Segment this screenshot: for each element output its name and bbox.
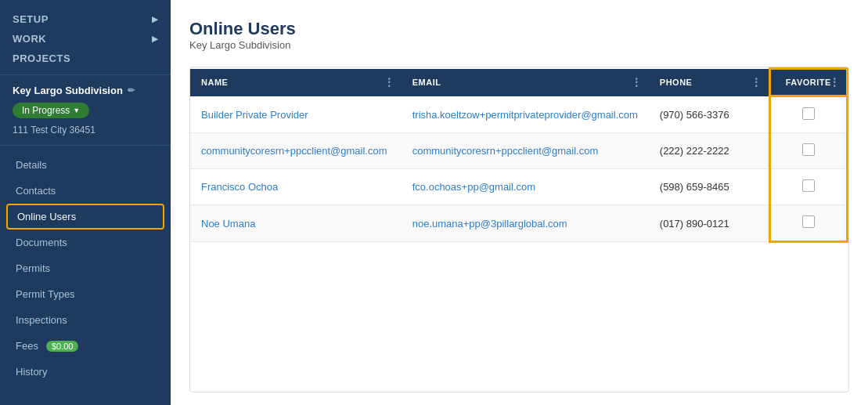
projects-nav-item[interactable]: PROJECTS xyxy=(13,49,158,68)
cell-email[interactable]: noe.umana+pp@3pillarglobal.com xyxy=(402,205,649,242)
favorite-checkbox[interactable] xyxy=(802,179,815,192)
sidebar-item-history[interactable]: History xyxy=(0,359,171,385)
cell-name[interactable]: Francisco Ochoa xyxy=(190,169,402,205)
page-subtitle: Key Largo Subdivision xyxy=(189,39,849,51)
sidebar-item-contacts[interactable]: Contacts xyxy=(0,178,171,204)
status-badge[interactable]: In Progress ▼ xyxy=(13,103,89,118)
table-row: communitycoresrn+ppcclient@gmail.comcomm… xyxy=(190,133,848,169)
sidebar-item-details[interactable]: Details xyxy=(0,152,171,178)
status-arrow-icon: ▼ xyxy=(73,107,80,114)
work-nav-item[interactable]: WORK ▶ xyxy=(13,29,158,49)
cell-phone: (222) 222-2222 xyxy=(649,133,769,169)
cell-email[interactable]: trisha.koeltzow+permitprivateprovider@gm… xyxy=(402,96,649,133)
col-header-email: EMAIL ⋮ xyxy=(402,69,649,96)
favorite-checkbox[interactable] xyxy=(802,143,815,156)
project-name: Key Largo Subdivision ✏ xyxy=(13,85,158,96)
cell-name[interactable]: Noe Umana xyxy=(190,205,402,242)
cell-email[interactable]: communitycoresrn+ppcclient@gmail.com xyxy=(402,133,649,169)
work-arrow-icon: ▶ xyxy=(152,34,159,43)
sidebar: SETUP ▶ WORK ▶ PROJECTS Key Largo Subdiv… xyxy=(0,0,171,405)
setup-nav-item[interactable]: SETUP ▶ xyxy=(13,9,158,29)
edit-project-icon[interactable]: ✏ xyxy=(128,85,135,96)
fees-badge: $0.00 xyxy=(46,341,79,352)
name-col-menu-icon[interactable]: ⋮ xyxy=(384,76,395,89)
sidebar-item-online-users[interactable]: Online Users xyxy=(6,204,164,230)
project-section: Key Largo Subdivision ✏ In Progress ▼ 11… xyxy=(0,75,171,146)
setup-arrow-icon: ▶ xyxy=(152,15,159,24)
page-title: Online Users xyxy=(189,19,849,39)
cell-email[interactable]: fco.ochoas+pp@gmail.com xyxy=(402,169,649,205)
main-content: Online Users Key Largo Subdivision NAME … xyxy=(171,0,868,405)
sidebar-item-fees[interactable]: Fees $0.00 xyxy=(0,333,171,359)
sidebar-item-documents[interactable]: Documents xyxy=(0,230,171,255)
table-header-row: NAME ⋮ EMAIL ⋮ PHONE ⋮ FAVORITE ⋮ xyxy=(190,69,848,96)
cell-name[interactable]: Builder Private Provider xyxy=(190,96,402,133)
favorite-checkbox[interactable] xyxy=(802,107,815,120)
projects-label: PROJECTS xyxy=(13,52,70,64)
sidebar-item-permits[interactable]: Permits xyxy=(0,255,171,281)
sidebar-item-inspections[interactable]: Inspections xyxy=(0,307,171,333)
cell-favorite[interactable] xyxy=(769,205,847,242)
cell-name[interactable]: communitycoresrn+ppcclient@gmail.com xyxy=(190,133,402,169)
work-label: WORK xyxy=(13,33,46,45)
sidebar-menu: Details Contacts Online Users Documents … xyxy=(0,146,171,405)
phone-col-menu-icon[interactable]: ⋮ xyxy=(751,76,762,89)
favorite-col-menu-icon[interactable]: ⋮ xyxy=(829,76,841,89)
col-header-favorite: FAVORITE ⋮ xyxy=(769,69,847,96)
online-users-table: NAME ⋮ EMAIL ⋮ PHONE ⋮ FAVORITE ⋮ xyxy=(189,67,849,392)
col-header-name: NAME ⋮ xyxy=(190,69,402,96)
cell-phone: (598) 659-8465 xyxy=(649,169,769,205)
table-row: Noe Umananoe.umana+pp@3pillarglobal.com(… xyxy=(190,205,848,242)
col-header-phone: PHONE ⋮ xyxy=(649,69,769,96)
cell-favorite[interactable] xyxy=(769,169,847,205)
top-nav: SETUP ▶ WORK ▶ PROJECTS xyxy=(0,0,171,75)
email-col-menu-icon[interactable]: ⋮ xyxy=(631,76,643,89)
sidebar-item-permit-types[interactable]: Permit Types xyxy=(0,281,171,307)
favorite-checkbox[interactable] xyxy=(802,215,815,228)
cell-favorite[interactable] xyxy=(769,96,847,133)
cell-favorite[interactable] xyxy=(769,133,847,169)
project-address: 111 Test City 36451 xyxy=(13,125,158,136)
table-row: Francisco Ochoafco.ochoas+pp@gmail.com(5… xyxy=(190,169,848,205)
table-row: Builder Private Providertrisha.koeltzow+… xyxy=(190,96,848,133)
cell-phone: (017) 890-0121 xyxy=(649,205,769,242)
cell-phone: (970) 566-3376 xyxy=(649,96,769,133)
setup-label: SETUP xyxy=(13,13,49,25)
